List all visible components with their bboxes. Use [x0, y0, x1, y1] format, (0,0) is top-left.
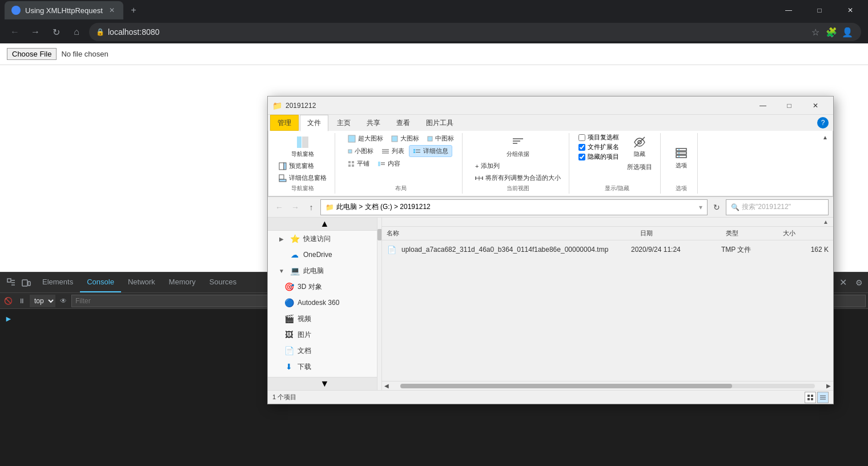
svg-rect-23 — [348, 161, 351, 163]
minimize-button[interactable]: — — [775, 1, 802, 19]
ribbon-content-button[interactable]: 内容 — [374, 158, 404, 169]
ribbon-group-nav-label: 导航窗格 — [291, 184, 314, 194]
sidebar-scroll-up[interactable]: ▲ — [268, 218, 381, 231]
hidden-checkbox-input[interactable] — [578, 154, 585, 160]
device-toolbar-button[interactable] — [19, 276, 33, 290]
ribbon-large-icon-button[interactable]: 大图标 — [388, 133, 423, 144]
forward-button[interactable]: → — [27, 24, 43, 40]
clear-console-button[interactable]: 🚫 — [2, 295, 14, 307]
ribbon-details-button[interactable]: 详细信息 — [409, 145, 452, 157]
tab-memory[interactable]: Memory — [162, 272, 203, 292]
breadcrumb-arrow: ▾ — [699, 203, 702, 211]
item-checkbox-input[interactable] — [578, 134, 585, 141]
ribbon-extra-large-icon-button[interactable]: 超大图标 — [344, 133, 387, 144]
ribbon-sort-button[interactable]: 分组依据 — [503, 133, 533, 160]
sidebar-scroll-down[interactable]: ▼ — [268, 377, 381, 390]
console-pause-button[interactable]: ⏸ — [16, 295, 27, 307]
dialog-titlebar: 📁 20191212 — □ ✕ — [268, 97, 833, 115]
dialog-maximize-button[interactable]: □ — [776, 97, 802, 114]
svg-rect-48 — [811, 398, 813, 400]
hscroll-right-arrow[interactable]: ▶ — [824, 381, 833, 391]
ribbon-group-layout-label: 布局 — [395, 184, 407, 194]
sidebar-item-quick-access[interactable]: ▶ ⭐ 快速访问 — [268, 231, 381, 247]
ribbon-selected-items-button[interactable]: 所选项目 — [624, 162, 656, 172]
new-tab-button[interactable]: + — [126, 2, 142, 18]
dialog-close-button[interactable]: ✕ — [802, 97, 829, 114]
profile-icon[interactable]: 👤 — [841, 25, 854, 39]
sidebar-scroll-area[interactable]: ▲ ▶ ⭐ 快速访问 ☁ OneDrive ▼ 💻 — [268, 218, 381, 390]
sidebar-item-videos[interactable]: 🎬 视频 — [268, 311, 381, 327]
hidden-checkbox-label[interactable]: 隐藏的项目 — [578, 152, 619, 161]
refresh-button[interactable]: ↻ — [48, 24, 64, 40]
ribbon-options-button[interactable]: 选项 — [670, 144, 693, 172]
tab-close-button[interactable]: ✕ — [107, 6, 116, 15]
sidebar-item-downloads[interactable]: ⬇ 下载 — [268, 359, 381, 375]
tab-elements[interactable]: Elements — [35, 272, 80, 292]
file-list-body: 📄 upload_a7aca682_311d_46a0_b364_0114f1a… — [382, 240, 833, 381]
console-eye-button[interactable]: 👁 — [58, 295, 69, 307]
ribbon-nav-pane-button[interactable]: 导航窗格 — [288, 133, 318, 160]
ribbon-tab-picture-tools[interactable]: 图片工具 — [419, 115, 461, 131]
sidebar-item-autodesk[interactable]: 🔵 Autodesk 360 — [268, 295, 381, 311]
ribbon-help-button[interactable]: ? — [817, 117, 829, 128]
dialog-up-button[interactable]: ↑ — [304, 200, 318, 214]
ribbon-list-button[interactable]: 列表 — [378, 146, 408, 156]
dialog-minimize-button[interactable]: — — [750, 97, 776, 114]
tab-sources[interactable]: Sources — [203, 272, 244, 292]
ribbon-details-pane-button[interactable]: 详细信息窗格 — [275, 172, 330, 183]
extensions-icon[interactable]: 🧩 — [825, 25, 838, 39]
tab-console[interactable]: Console — [80, 272, 121, 292]
dialog-back-button[interactable]: ← — [272, 200, 286, 214]
ribbon-add-column-button[interactable]: + 添加列 — [472, 160, 564, 171]
maximize-button[interactable]: □ — [806, 1, 833, 19]
bookmark-icon[interactable]: ☆ — [809, 25, 822, 39]
choose-file-button[interactable]: Choose File — [7, 48, 57, 60]
devtools-close-button[interactable]: ✕ — [836, 276, 850, 290]
ribbon-tab-home[interactable]: 主页 — [329, 115, 358, 131]
item-checkbox-label[interactable]: 项目复选框 — [578, 133, 619, 142]
col-header-size[interactable]: 大小 — [783, 229, 829, 238]
status-details-view-button[interactable] — [817, 392, 829, 403]
ribbon-fit-columns-button[interactable]: 将所有列调整为合适的大小 — [472, 172, 564, 183]
dialog-refresh-button[interactable]: ↻ — [710, 200, 724, 214]
sidebar-item-this-pc[interactable]: ▼ 💻 此电脑 — [268, 263, 381, 279]
home-button[interactable]: ⌂ — [69, 24, 85, 40]
dialog-search-bar[interactable]: 🔍 搜索"20191212" — [726, 199, 829, 215]
ribbon-tab-file[interactable]: 文件 — [300, 115, 328, 131]
back-button[interactable]: ← — [7, 24, 23, 40]
ribbon-tab-manage[interactable]: 管理 — [270, 115, 299, 131]
dialog-forward-button[interactable]: → — [288, 200, 302, 214]
col-header-date[interactable]: 日期 — [640, 229, 726, 238]
col-header-name[interactable]: 名称 — [387, 229, 640, 238]
ribbon-preview-pane-button[interactable]: 预览窗格 — [275, 160, 330, 171]
ext-checkbox-input[interactable] — [578, 144, 585, 151]
sidebar-item-3d-objects[interactable]: 🎯 3D 对象 — [268, 279, 381, 295]
file-item-0[interactable]: 📄 upload_a7aca682_311d_46a0_b364_0114f1a… — [382, 243, 833, 256]
address-bar[interactable]: 🔒 localhost:8080 ☆ 🧩 👤 — [89, 23, 861, 41]
ribbon-tile-button[interactable]: 平铺 — [344, 158, 373, 169]
browser-tab[interactable]: Using XMLHttpRequest ✕ — [5, 1, 123, 19]
breadcrumb: 此电脑 > 文档 (G:) > 20191212 — [336, 202, 431, 212]
hscroll-left-arrow[interactable]: ◀ — [382, 381, 391, 391]
close-button[interactable]: ✕ — [837, 1, 863, 19]
sidebar-item-pictures[interactable]: 🖼 图片 — [268, 327, 381, 343]
ribbon-small-icon-button[interactable]: 小图标 — [344, 146, 377, 156]
inspect-element-button[interactable] — [5, 276, 18, 290]
ribbon-tab-view[interactable]: 查看 — [389, 115, 417, 131]
dialog-address-bar[interactable]: 📁 此电脑 > 文档 (G:) > 20191212 ▾ — [320, 199, 708, 215]
tab-network[interactable]: Network — [121, 272, 162, 292]
ribbon-expand-button[interactable]: ▲ — [820, 133, 830, 142]
console-prompt-arrow[interactable]: ► — [5, 314, 13, 323]
ext-checkbox-label[interactable]: 文件扩展名 — [578, 143, 619, 151]
sidebar-scrollbar[interactable] — [377, 218, 381, 390]
dialog-horizontal-scrollbar[interactable]: ◀ ▶ — [382, 381, 833, 390]
sidebar-item-onedrive[interactable]: ☁ OneDrive — [268, 247, 381, 263]
ribbon-medium-icon-button[interactable]: 中图标 — [424, 133, 457, 144]
status-large-icon-view-button[interactable] — [805, 392, 816, 403]
sidebar-item-documents[interactable]: 📄 文档 — [268, 343, 381, 359]
ribbon-hide-button[interactable]: 隐藏 — [624, 133, 656, 160]
console-context-select[interactable]: top — [30, 295, 55, 307]
devtools-settings-button[interactable]: ⚙ — [852, 276, 866, 290]
ribbon-tab-share[interactable]: 共享 — [359, 115, 388, 131]
col-header-type[interactable]: 类型 — [726, 229, 783, 238]
